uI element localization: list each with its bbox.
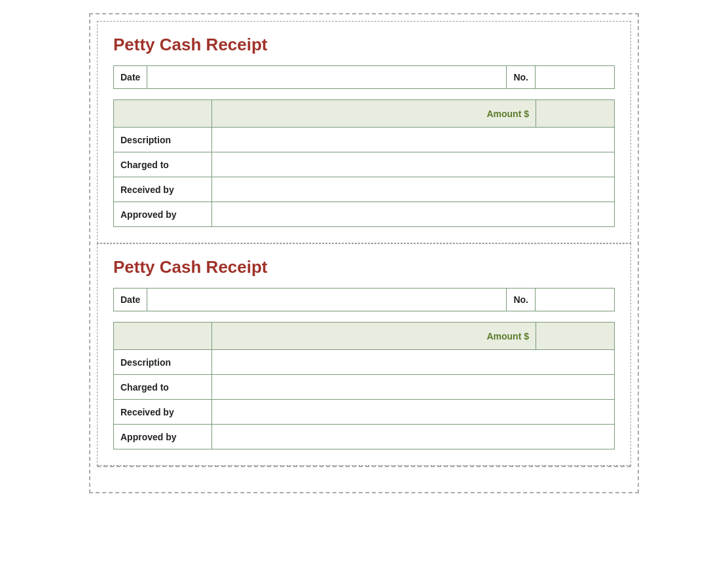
received-by-value-1[interactable] xyxy=(212,177,615,202)
description-value-1[interactable] xyxy=(212,128,615,152)
approved-by-label-2: Approved by xyxy=(114,425,212,449)
table-row: Received by xyxy=(114,400,615,425)
receipt-block-1: Petty Cash Receipt Date No. Amount $ Des… xyxy=(97,21,631,243)
charged-to-value-1[interactable] xyxy=(212,152,615,177)
amount-header-2: Amount $ xyxy=(212,323,536,350)
date-input-2[interactable] xyxy=(147,289,507,311)
received-by-value-2[interactable] xyxy=(212,400,615,425)
description-label-1: Description xyxy=(114,128,212,152)
header-left-2 xyxy=(114,323,212,350)
table-row: Charged to xyxy=(114,152,615,177)
date-label-2: Date xyxy=(114,289,147,311)
receipts-wrapper: Petty Cash Receipt Date No. Amount $ Des… xyxy=(89,13,639,493)
header-left-1 xyxy=(114,100,212,128)
table-row: Approved by xyxy=(114,202,615,227)
table-row: Description xyxy=(114,128,615,152)
date-input-1[interactable] xyxy=(147,66,507,88)
receipt-title-2: Petty Cash Receipt xyxy=(113,257,615,277)
page-container: Petty Cash Receipt Date No. Amount $ Des… xyxy=(13,13,715,493)
received-by-label-2: Received by xyxy=(114,400,212,425)
description-label-2: Description xyxy=(114,350,212,375)
no-input-1[interactable] xyxy=(536,66,614,88)
bottom-divider xyxy=(97,466,631,485)
approved-by-label-1: Approved by xyxy=(114,202,212,227)
table-header-row-1: Amount $ xyxy=(114,100,615,128)
no-label-1: No. xyxy=(507,66,536,88)
approved-by-value-2[interactable] xyxy=(212,425,615,449)
receipt-title-1: Petty Cash Receipt xyxy=(113,35,615,55)
table-row: Approved by xyxy=(114,425,615,449)
no-label-2: No. xyxy=(507,289,536,311)
charged-to-label-2: Charged to xyxy=(114,375,212,400)
header-right-2 xyxy=(536,323,615,350)
date-row-2: Date No. xyxy=(113,288,615,311)
table-row: Charged to xyxy=(114,375,615,400)
table-header-row-2: Amount $ xyxy=(114,323,615,350)
date-row-1: Date No. xyxy=(113,65,615,89)
approved-by-value-1[interactable] xyxy=(212,202,615,227)
main-table-2: Amount $ Description Charged to Received… xyxy=(113,322,615,449)
charged-to-label-1: Charged to xyxy=(114,152,212,177)
description-value-2[interactable] xyxy=(212,350,615,375)
header-right-1 xyxy=(536,100,615,128)
main-table-1: Amount $ Description Charged to Received… xyxy=(113,99,615,227)
amount-header-1: Amount $ xyxy=(212,100,536,128)
table-row: Description xyxy=(114,350,615,375)
receipt-block-2: Petty Cash Receipt Date No. Amount $ Des… xyxy=(97,243,631,466)
table-row: Received by xyxy=(114,177,615,202)
received-by-label-1: Received by xyxy=(114,177,212,202)
date-label-1: Date xyxy=(114,66,147,88)
no-input-2[interactable] xyxy=(536,289,614,311)
charged-to-value-2[interactable] xyxy=(212,375,615,400)
